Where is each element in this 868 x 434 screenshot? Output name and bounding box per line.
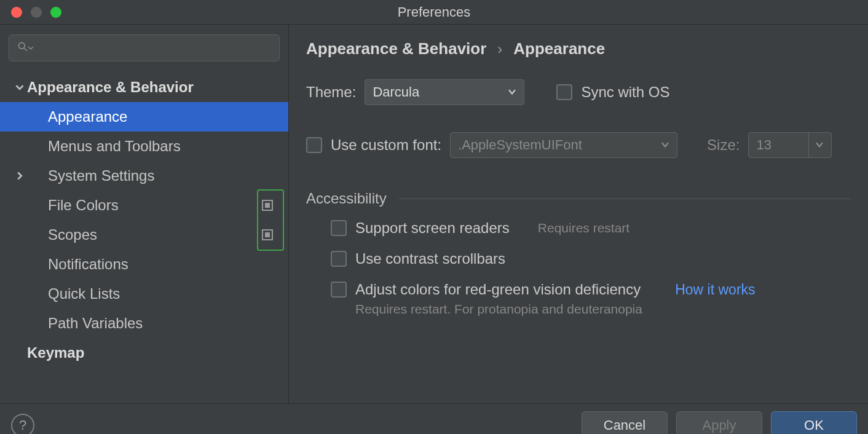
use-custom-font-label: Use custom font: bbox=[331, 136, 441, 154]
settings-panel: Appearance & Behavior › Appearance Theme… bbox=[289, 25, 868, 403]
project-level-icon bbox=[261, 199, 274, 211]
screen-readers-hint: Requires restart bbox=[538, 221, 629, 235]
font-family-value: .AppleSystemUIFont bbox=[458, 137, 582, 153]
tree-label: Appearance & Behavior bbox=[27, 79, 253, 96]
theme-value: Darcula bbox=[373, 84, 419, 100]
tree-label: Scopes bbox=[48, 226, 253, 243]
apply-button[interactable]: Apply bbox=[676, 411, 762, 435]
chevron-down-icon bbox=[661, 142, 669, 148]
search-icon bbox=[17, 41, 29, 55]
button-label: Apply bbox=[702, 417, 736, 433]
search-input-container[interactable] bbox=[9, 34, 280, 61]
minimize-window-button[interactable] bbox=[31, 7, 42, 18]
use-custom-font-checkbox[interactable] bbox=[306, 137, 322, 153]
svg-rect-3 bbox=[265, 203, 270, 208]
tree-item-appearance[interactable]: Appearance bbox=[0, 102, 288, 132]
font-size-value: 13 bbox=[756, 137, 771, 153]
sync-os-label: Sync with OS bbox=[581, 84, 669, 101]
search-input[interactable] bbox=[39, 41, 272, 55]
chevron-down-icon bbox=[508, 89, 516, 95]
tree-label: File Colors bbox=[48, 197, 253, 214]
theme-dropdown[interactable]: Darcula bbox=[365, 79, 524, 105]
theme-label: Theme: bbox=[306, 84, 356, 101]
font-size-label: Size: bbox=[707, 136, 740, 154]
svg-rect-5 bbox=[265, 232, 270, 237]
tree-label: Quick Lists bbox=[48, 285, 253, 302]
ok-button[interactable]: OK bbox=[771, 411, 857, 435]
section-title-text: Accessibility bbox=[306, 190, 387, 207]
button-label: OK bbox=[804, 417, 824, 433]
help-icon: ? bbox=[19, 417, 26, 433]
dialog-footer: ? Cancel Apply OK bbox=[0, 403, 868, 434]
settings-tree: Appearance & Behavior Appearance Menus a… bbox=[0, 68, 288, 368]
button-label: Cancel bbox=[604, 417, 645, 433]
titlebar: Preferences bbox=[0, 0, 868, 25]
how-it-works-link[interactable]: How it works bbox=[675, 282, 755, 298]
chevron-down-icon bbox=[808, 133, 824, 157]
close-window-button[interactable] bbox=[11, 7, 22, 18]
tree-item-keymap[interactable]: Keymap bbox=[0, 338, 288, 368]
chevron-right-icon: › bbox=[497, 41, 502, 58]
tree-item-file-colors[interactable]: File Colors bbox=[0, 191, 288, 220]
contrast-scrollbars-label: Use contrast scrollbars bbox=[355, 250, 505, 267]
tree-item-notifications[interactable]: Notifications bbox=[0, 250, 288, 279]
color-deficiency-label: Adjust colors for red-green vision defic… bbox=[355, 281, 641, 298]
tree-label: Notifications bbox=[48, 256, 253, 273]
tree-label: Path Variables bbox=[48, 315, 253, 332]
sync-os-checkbox[interactable] bbox=[556, 84, 572, 100]
tree-item-menus-toolbars[interactable]: Menus and Toolbars bbox=[0, 132, 288, 161]
font-family-dropdown[interactable]: .AppleSystemUIFont bbox=[450, 132, 677, 158]
tree-label: System Settings bbox=[48, 167, 253, 184]
help-button[interactable]: ? bbox=[11, 414, 34, 435]
chevron-down-icon bbox=[12, 83, 27, 92]
screen-readers-checkbox[interactable] bbox=[331, 220, 347, 236]
font-size-dropdown[interactable]: 13 bbox=[748, 132, 832, 158]
screen-readers-label: Support screen readers bbox=[355, 219, 510, 237]
breadcrumb-category: Appearance & Behavior bbox=[306, 39, 486, 58]
tree-label: Appearance bbox=[48, 108, 253, 125]
section-rule bbox=[399, 199, 851, 199]
tree-label: Menus and Toolbars bbox=[48, 138, 253, 155]
tree-item-scopes[interactable]: Scopes bbox=[0, 220, 288, 250]
breadcrumb: Appearance & Behavior › Appearance bbox=[306, 39, 851, 58]
window-controls bbox=[11, 7, 61, 18]
sidebar: Appearance & Behavior Appearance Menus a… bbox=[0, 25, 289, 403]
breadcrumb-page: Appearance bbox=[513, 39, 605, 58]
tree-item-quick-lists[interactable]: Quick Lists bbox=[0, 279, 288, 309]
svg-line-1 bbox=[25, 49, 27, 51]
maximize-window-button[interactable] bbox=[50, 7, 61, 18]
section-accessibility: Accessibility bbox=[306, 190, 851, 207]
project-level-icon bbox=[261, 229, 274, 241]
tree-item-appearance-behavior[interactable]: Appearance & Behavior bbox=[0, 73, 288, 102]
tree-label: Keymap bbox=[27, 344, 253, 361]
tree-item-system-settings[interactable]: System Settings bbox=[0, 161, 288, 191]
color-deficiency-checkbox[interactable] bbox=[331, 282, 347, 298]
chevron-right-icon bbox=[12, 172, 27, 180]
contrast-scrollbars-checkbox[interactable] bbox=[331, 251, 347, 267]
tree-item-path-variables[interactable]: Path Variables bbox=[0, 309, 288, 338]
color-deficiency-hint: Requires restart. For protanopia and deu… bbox=[355, 302, 851, 317]
svg-point-0 bbox=[18, 42, 25, 49]
window-title: Preferences bbox=[0, 4, 868, 20]
cancel-button[interactable]: Cancel bbox=[582, 411, 668, 435]
